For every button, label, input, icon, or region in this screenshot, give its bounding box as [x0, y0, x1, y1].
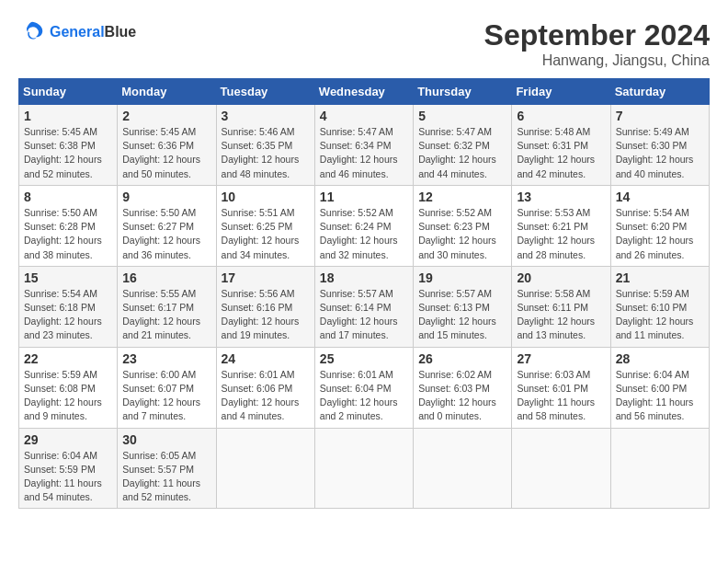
logo: GeneralBlue — [18, 18, 136, 46]
day-number: 23 — [122, 351, 210, 366]
calendar-cell: 14Sunrise: 5:54 AMSunset: 6:20 PMDayligh… — [610, 185, 709, 266]
day-info: Sunrise: 6:04 AMSunset: 5:59 PMDaylight:… — [24, 449, 112, 505]
location: Hanwang, Jiangsu, China — [484, 52, 710, 69]
day-info: Sunrise: 5:57 AMSunset: 6:13 PMDaylight:… — [418, 287, 506, 343]
calendar-cell: 17Sunrise: 5:56 AMSunset: 6:16 PMDayligh… — [216, 266, 314, 347]
day-info: Sunrise: 6:01 AMSunset: 6:04 PMDaylight:… — [320, 368, 408, 424]
day-number: 9 — [122, 190, 210, 204]
day-info: Sunrise: 5:45 AMSunset: 6:36 PMDaylight:… — [122, 125, 210, 181]
header-sunday: Sunday — [19, 79, 118, 105]
day-number: 8 — [24, 190, 112, 204]
day-number: 30 — [122, 432, 210, 447]
day-number: 10 — [222, 190, 310, 204]
day-number: 15 — [24, 270, 112, 285]
calendar-cell: 13Sunrise: 5:53 AMSunset: 6:21 PMDayligh… — [512, 185, 610, 266]
day-number: 20 — [517, 270, 605, 285]
header-saturday: Saturday — [610, 79, 709, 105]
calendar-cell: 8Sunrise: 5:50 AMSunset: 6:28 PMDaylight… — [19, 185, 118, 266]
day-number: 2 — [122, 109, 210, 123]
month-title: September 2024 — [484, 18, 710, 52]
day-number: 16 — [122, 270, 210, 285]
day-number: 24 — [222, 351, 310, 366]
day-info: Sunrise: 6:04 AMSunset: 6:00 PMDaylight:… — [616, 368, 704, 424]
day-info: Sunrise: 5:49 AMSunset: 6:30 PMDaylight:… — [616, 125, 704, 181]
day-info: Sunrise: 5:46 AMSunset: 6:35 PMDaylight:… — [222, 125, 310, 181]
day-number: 3 — [222, 109, 310, 123]
calendar-cell: 25Sunrise: 6:01 AMSunset: 6:04 PMDayligh… — [314, 347, 413, 428]
day-number: 5 — [418, 109, 506, 123]
calendar-cell: 20Sunrise: 5:58 AMSunset: 6:11 PMDayligh… — [512, 266, 610, 347]
calendar-cell: 6Sunrise: 5:48 AMSunset: 6:31 PMDaylight… — [512, 105, 610, 186]
calendar-table: SundayMondayTuesdayWednesdayThursdayFrid… — [18, 78, 710, 509]
calendar-cell: 4Sunrise: 5:47 AMSunset: 6:34 PMDaylight… — [314, 105, 413, 186]
calendar-cell — [512, 428, 610, 509]
day-number: 17 — [222, 270, 310, 285]
calendar-week-1: 1Sunrise: 5:45 AMSunset: 6:38 PMDaylight… — [19, 105, 710, 186]
calendar-cell — [314, 428, 413, 509]
day-info: Sunrise: 5:45 AMSunset: 6:38 PMDaylight:… — [24, 125, 112, 181]
day-info: Sunrise: 5:50 AMSunset: 6:28 PMDaylight:… — [24, 206, 112, 262]
day-number: 14 — [616, 190, 704, 204]
day-info: Sunrise: 5:59 AMSunset: 6:08 PMDaylight:… — [24, 368, 112, 424]
day-info: Sunrise: 5:54 AMSunset: 6:18 PMDaylight:… — [24, 287, 112, 343]
day-number: 21 — [616, 270, 704, 285]
day-number: 4 — [320, 109, 408, 123]
page-header: GeneralBlue September 2024 Hanwang, Jian… — [18, 18, 710, 69]
day-number: 26 — [418, 351, 506, 366]
calendar-week-3: 15Sunrise: 5:54 AMSunset: 6:18 PMDayligh… — [19, 266, 710, 347]
day-info: Sunrise: 5:50 AMSunset: 6:27 PMDaylight:… — [122, 206, 210, 262]
day-info: Sunrise: 6:03 AMSunset: 6:01 PMDaylight:… — [517, 368, 605, 424]
day-info: Sunrise: 5:59 AMSunset: 6:10 PMDaylight:… — [616, 287, 704, 343]
calendar-cell: 27Sunrise: 6:03 AMSunset: 6:01 PMDayligh… — [512, 347, 610, 428]
day-info: Sunrise: 6:05 AMSunset: 5:57 PMDaylight:… — [122, 449, 210, 505]
day-number: 6 — [517, 109, 605, 123]
calendar-cell: 28Sunrise: 6:04 AMSunset: 6:00 PMDayligh… — [610, 347, 709, 428]
day-info: Sunrise: 5:48 AMSunset: 6:31 PMDaylight:… — [517, 125, 605, 181]
calendar-cell: 3Sunrise: 5:46 AMSunset: 6:35 PMDaylight… — [216, 105, 314, 186]
day-info: Sunrise: 5:55 AMSunset: 6:17 PMDaylight:… — [122, 287, 210, 343]
calendar-cell: 7Sunrise: 5:49 AMSunset: 6:30 PMDaylight… — [610, 105, 709, 186]
calendar-cell: 29Sunrise: 6:04 AMSunset: 5:59 PMDayligh… — [19, 428, 118, 509]
day-number: 12 — [418, 190, 506, 204]
calendar-cell: 26Sunrise: 6:02 AMSunset: 6:03 PMDayligh… — [414, 347, 512, 428]
day-info: Sunrise: 5:54 AMSunset: 6:20 PMDaylight:… — [616, 206, 704, 262]
day-info: Sunrise: 5:47 AMSunset: 6:34 PMDaylight:… — [320, 125, 408, 181]
day-number: 19 — [418, 270, 506, 285]
calendar-cell: 2Sunrise: 5:45 AMSunset: 6:36 PMDaylight… — [118, 105, 216, 186]
day-info: Sunrise: 6:00 AMSunset: 6:07 PMDaylight:… — [122, 368, 210, 424]
day-number: 22 — [24, 351, 112, 366]
calendar-cell: 12Sunrise: 5:52 AMSunset: 6:23 PMDayligh… — [414, 185, 512, 266]
calendar-week-4: 22Sunrise: 5:59 AMSunset: 6:08 PMDayligh… — [19, 347, 710, 428]
header-thursday: Thursday — [414, 79, 512, 105]
day-info: Sunrise: 5:51 AMSunset: 6:25 PMDaylight:… — [222, 206, 310, 262]
calendar-cell — [414, 428, 512, 509]
header-wednesday: Wednesday — [314, 79, 413, 105]
day-info: Sunrise: 5:47 AMSunset: 6:32 PMDaylight:… — [418, 125, 506, 181]
day-number: 28 — [616, 351, 704, 366]
calendar-cell: 19Sunrise: 5:57 AMSunset: 6:13 PMDayligh… — [414, 266, 512, 347]
calendar-cell: 15Sunrise: 5:54 AMSunset: 6:18 PMDayligh… — [19, 266, 118, 347]
calendar-cell — [610, 428, 709, 509]
calendar-cell: 24Sunrise: 6:01 AMSunset: 6:06 PMDayligh… — [216, 347, 314, 428]
day-number: 13 — [517, 190, 605, 204]
header-friday: Friday — [512, 79, 610, 105]
day-number: 18 — [320, 270, 408, 285]
logo-icon — [18, 18, 46, 46]
day-info: Sunrise: 5:57 AMSunset: 6:14 PMDaylight:… — [320, 287, 408, 343]
header-tuesday: Tuesday — [216, 79, 314, 105]
title-block: September 2024 Hanwang, Jiangsu, China — [484, 18, 710, 69]
calendar-cell: 9Sunrise: 5:50 AMSunset: 6:27 PMDaylight… — [118, 185, 216, 266]
header-monday: Monday — [118, 79, 216, 105]
calendar-cell: 30Sunrise: 6:05 AMSunset: 5:57 PMDayligh… — [118, 428, 216, 509]
day-number: 27 — [517, 351, 605, 366]
calendar-cell — [216, 428, 314, 509]
calendar-cell: 22Sunrise: 5:59 AMSunset: 6:08 PMDayligh… — [19, 347, 118, 428]
calendar-cell: 21Sunrise: 5:59 AMSunset: 6:10 PMDayligh… — [610, 266, 709, 347]
day-number: 25 — [320, 351, 408, 366]
day-number: 29 — [24, 432, 112, 447]
calendar-cell: 1Sunrise: 5:45 AMSunset: 6:38 PMDaylight… — [19, 105, 118, 186]
calendar-week-2: 8Sunrise: 5:50 AMSunset: 6:28 PMDaylight… — [19, 185, 710, 266]
calendar-cell: 23Sunrise: 6:00 AMSunset: 6:07 PMDayligh… — [118, 347, 216, 428]
calendar-cell: 11Sunrise: 5:52 AMSunset: 6:24 PMDayligh… — [314, 185, 413, 266]
day-info: Sunrise: 5:52 AMSunset: 6:24 PMDaylight:… — [320, 206, 408, 262]
